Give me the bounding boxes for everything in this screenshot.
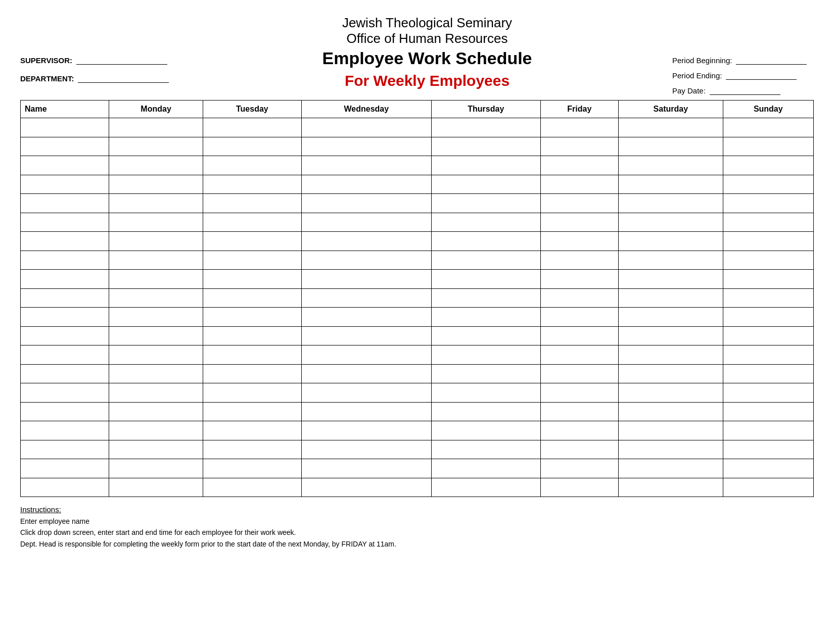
- saturday-cell[interactable]: [619, 194, 723, 232]
- name-cell[interactable]: [21, 118, 109, 156]
- monday-cell[interactable]: [109, 118, 203, 156]
- thursday-cell[interactable]: [432, 270, 540, 308]
- monday-cell[interactable]: [109, 194, 203, 232]
- thursday-cell[interactable]: [432, 232, 540, 270]
- wednesday-cell[interactable]: [301, 194, 432, 232]
- wednesday-cell[interactable]: [301, 459, 432, 497]
- saturday-cell[interactable]: [619, 459, 723, 497]
- name-top: [21, 459, 109, 478]
- saturday-cell[interactable]: [619, 421, 723, 459]
- table-row[interactable]: [21, 270, 814, 308]
- saturday-cell[interactable]: [619, 118, 723, 156]
- friday-cell[interactable]: [540, 270, 619, 308]
- thursday-cell[interactable]: [432, 118, 540, 156]
- name-top: [21, 270, 109, 289]
- sunday-cell[interactable]: [723, 118, 813, 156]
- name-bottom: [21, 365, 109, 383]
- tuesday-cell[interactable]: [203, 459, 301, 497]
- tuesday-cell[interactable]: [203, 118, 301, 156]
- wednesday-cell[interactable]: [301, 345, 432, 383]
- name-cell[interactable]: [21, 156, 109, 194]
- name-cell[interactable]: [21, 308, 109, 345]
- sunday-cell[interactable]: [723, 345, 813, 383]
- saturday-cell[interactable]: [619, 383, 723, 421]
- tuesday-cell[interactable]: [203, 194, 301, 232]
- table-row[interactable]: [21, 345, 814, 383]
- name-top: [21, 345, 109, 365]
- table-row[interactable]: [21, 194, 814, 232]
- tuesday-cell[interactable]: [203, 345, 301, 383]
- table-row[interactable]: [21, 156, 814, 194]
- name-cell[interactable]: [21, 232, 109, 270]
- monday-cell[interactable]: [109, 345, 203, 383]
- wednesday-cell[interactable]: [301, 421, 432, 459]
- wednesday-bottom: [302, 403, 432, 421]
- thursday-cell[interactable]: [432, 383, 540, 421]
- tuesday-cell[interactable]: [203, 156, 301, 194]
- wednesday-cell[interactable]: [301, 118, 432, 156]
- thursday-cell[interactable]: [432, 194, 540, 232]
- saturday-cell[interactable]: [619, 270, 723, 308]
- table-row[interactable]: [21, 421, 814, 459]
- monday-cell[interactable]: [109, 421, 203, 459]
- monday-cell[interactable]: [109, 270, 203, 308]
- saturday-cell[interactable]: [619, 232, 723, 270]
- sunday-cell[interactable]: [723, 156, 813, 194]
- table-row[interactable]: [21, 308, 814, 345]
- monday-cell[interactable]: [109, 308, 203, 345]
- thursday-cell[interactable]: [432, 308, 540, 345]
- friday-cell[interactable]: [540, 383, 619, 421]
- table-row[interactable]: [21, 232, 814, 270]
- monday-cell[interactable]: [109, 459, 203, 497]
- friday-cell[interactable]: [540, 459, 619, 497]
- friday-cell[interactable]: [540, 308, 619, 345]
- sunday-cell[interactable]: [723, 459, 813, 497]
- thursday-cell[interactable]: [432, 421, 540, 459]
- monday-cell[interactable]: [109, 232, 203, 270]
- wednesday-cell[interactable]: [301, 156, 432, 194]
- table-row[interactable]: [21, 459, 814, 497]
- friday-cell[interactable]: [540, 421, 619, 459]
- tuesday-cell[interactable]: [203, 270, 301, 308]
- monday-top: [109, 156, 203, 175]
- monday-cell[interactable]: [109, 383, 203, 421]
- sunday-cell[interactable]: [723, 194, 813, 232]
- sunday-cell[interactable]: [723, 383, 813, 421]
- sunday-cell[interactable]: [723, 308, 813, 345]
- name-cell[interactable]: [21, 383, 109, 421]
- sunday-cell[interactable]: [723, 421, 813, 459]
- tuesday-cell[interactable]: [203, 383, 301, 421]
- wednesday-cell[interactable]: [301, 270, 432, 308]
- table-row[interactable]: [21, 118, 814, 156]
- saturday-cell[interactable]: [619, 345, 723, 383]
- saturday-cell[interactable]: [619, 308, 723, 345]
- wednesday-cell[interactable]: [301, 232, 432, 270]
- friday-cell[interactable]: [540, 232, 619, 270]
- tuesday-cell[interactable]: [203, 232, 301, 270]
- friday-cell[interactable]: [540, 345, 619, 383]
- friday-cell[interactable]: [540, 194, 619, 232]
- tuesday-cell[interactable]: [203, 308, 301, 345]
- sunday-cell[interactable]: [723, 232, 813, 270]
- table-row[interactable]: [21, 383, 814, 421]
- thursday-cell[interactable]: [432, 459, 540, 497]
- monday-cell[interactable]: [109, 156, 203, 194]
- wednesday-cell[interactable]: [301, 308, 432, 345]
- thursday-cell[interactable]: [432, 156, 540, 194]
- wednesday-cell[interactable]: [301, 383, 432, 421]
- sunday-bottom: [723, 213, 813, 232]
- tuesday-bottom: [203, 175, 301, 194]
- friday-cell[interactable]: [540, 118, 619, 156]
- saturday-cell[interactable]: [619, 156, 723, 194]
- friday-cell[interactable]: [540, 156, 619, 194]
- name-cell[interactable]: [21, 459, 109, 497]
- tuesday-cell[interactable]: [203, 421, 301, 459]
- friday-top: [541, 308, 619, 327]
- name-cell[interactable]: [21, 270, 109, 308]
- name-cell[interactable]: [21, 194, 109, 232]
- sunday-cell[interactable]: [723, 270, 813, 308]
- name-cell[interactable]: [21, 345, 109, 383]
- thursday-cell[interactable]: [432, 345, 540, 383]
- wednesday-top: [302, 421, 432, 440]
- name-cell[interactable]: [21, 421, 109, 459]
